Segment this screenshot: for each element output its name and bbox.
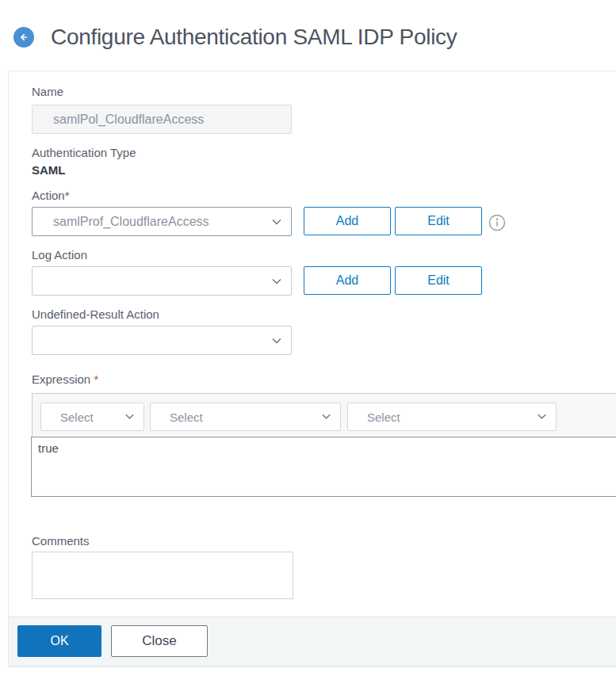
expression-select-2-value: Select (151, 411, 203, 424)
comments-input[interactable] (32, 552, 293, 599)
action-select-value: samlProf_CloudflareAccess (33, 215, 209, 229)
ok-button[interactable]: OK (17, 625, 101, 657)
expression-builder-toolbar: Select Select Select (32, 393, 616, 437)
action-select[interactable]: samlProf_CloudflareAccess (32, 207, 292, 236)
undefined-result-action-select[interactable] (32, 326, 292, 355)
panel-top-border (8, 71, 616, 71)
info-icon[interactable] (488, 214, 506, 231)
panel-left-border (8, 71, 9, 666)
chevron-down-icon (270, 216, 283, 231)
comments-label: Comments (32, 534, 90, 548)
log-action-add-button[interactable]: Add (304, 266, 391, 295)
undefined-result-action-label: Undefined-Result Action (32, 307, 159, 321)
authentication-type-label: Authentication Type (32, 146, 136, 159)
expression-input[interactable]: true (31, 437, 616, 497)
arrow-left-icon (17, 31, 30, 44)
expression-select-3[interactable]: Select (347, 403, 557, 431)
action-edit-button[interactable]: Edit (395, 207, 482, 235)
name-input[interactable] (32, 105, 292, 134)
chevron-down-icon (536, 411, 548, 426)
authentication-type-value: SAML (32, 163, 66, 177)
name-label: Name (32, 85, 63, 98)
log-action-select[interactable] (32, 266, 292, 296)
back-button[interactable] (13, 27, 34, 48)
expression-select-2[interactable]: Select (150, 403, 341, 431)
expression-select-1[interactable]: Select (40, 403, 144, 431)
chevron-down-icon (270, 275, 283, 291)
chevron-down-icon (320, 411, 332, 426)
required-asterisk: * (94, 372, 98, 386)
log-action-label: Log Action (32, 248, 87, 262)
chevron-down-icon (270, 334, 283, 350)
chevron-down-icon (124, 411, 136, 426)
log-action-edit-button[interactable]: Edit (395, 266, 482, 295)
expression-label: Expression * (32, 372, 98, 386)
expression-select-1-value: Select (41, 411, 94, 424)
page-title: Configure Authentication SAML IDP Policy (51, 23, 457, 52)
action-add-button[interactable]: Add (304, 207, 391, 235)
close-button[interactable]: Close (111, 625, 208, 657)
action-label: Action* (32, 189, 70, 202)
expression-select-3-value: Select (348, 411, 400, 424)
